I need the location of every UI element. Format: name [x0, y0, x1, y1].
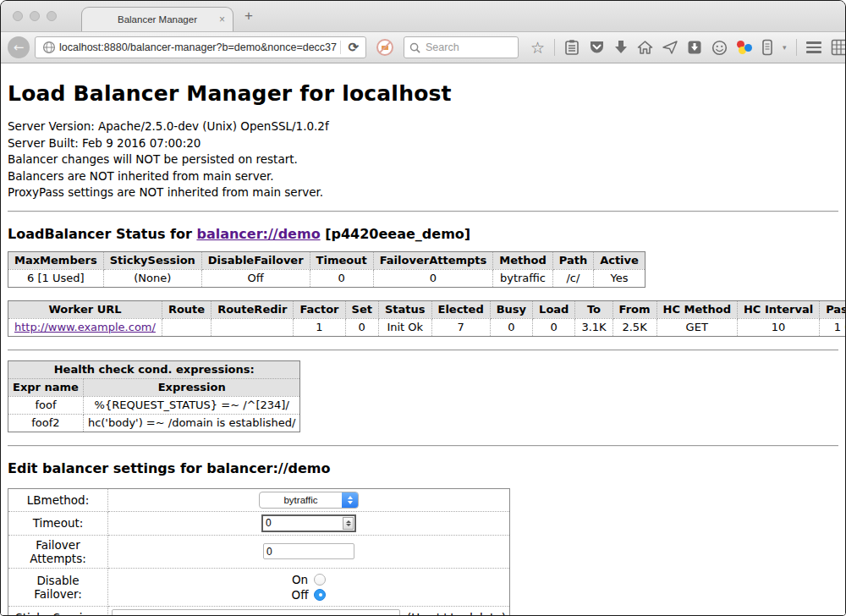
timeout-label: Timeout:	[8, 511, 108, 535]
cell-route	[162, 318, 211, 336]
col-worker-url: Worker URL	[8, 300, 162, 318]
section-divider	[8, 211, 838, 212]
tab-balancer-manager[interactable]: Balancer Manager ×	[81, 7, 233, 31]
health-check-table: Health check cond. expressions: Expr nam…	[8, 360, 300, 432]
timeout-field[interactable]	[263, 517, 343, 529]
url-text[interactable]: localhost:8880/balancer-manager?b=demo&n…	[59, 41, 337, 53]
colors-extension-icon[interactable]	[737, 40, 752, 55]
server-version-line: Server Version: Apache/2.5.0-dev (Unix) …	[8, 118, 838, 135]
search-bar[interactable]: Search	[404, 36, 519, 58]
extension-download-icon[interactable]	[687, 40, 702, 55]
zoom-window-button[interactable]	[47, 11, 57, 21]
url-bar[interactable]: localhost:8880/balancer-manager?b=demo&n…	[35, 36, 366, 58]
col-busy: Busy	[490, 300, 532, 318]
table-header-row: Health check cond. expressions:	[8, 360, 300, 378]
send-icon[interactable]	[662, 40, 678, 55]
section-divider	[8, 445, 838, 447]
timeout-input[interactable]	[261, 514, 356, 532]
download-icon[interactable]	[614, 40, 628, 55]
toolbar-icons: ☆	[530, 39, 846, 56]
disable-failover-off-radio[interactable]	[314, 589, 326, 601]
lbmethod-label: LBmethod:	[8, 488, 108, 511]
col-load: Load	[533, 300, 575, 318]
window-controls[interactable]	[13, 11, 57, 21]
cell-factor: 1	[294, 318, 345, 336]
toolbar-divider	[796, 39, 797, 56]
table-header-row: MaxMembers StickySession DisableFailover…	[8, 251, 645, 269]
col-route: Route	[162, 300, 211, 318]
cell-stickysession: (None)	[103, 269, 201, 287]
lbmethod-select[interactable]: bytraffic	[259, 492, 359, 509]
sticky-session-input[interactable]	[112, 609, 400, 616]
url-divider	[340, 41, 341, 54]
close-window-button[interactable]	[13, 11, 23, 21]
cell-failoverattempts: 0	[373, 269, 493, 287]
col-stickysession: StickySession	[103, 251, 201, 269]
persist-warning-line: Balancer changes will NOT be persisted o…	[8, 151, 838, 168]
lbmethod-selected-value: bytraffic	[260, 492, 342, 508]
table-header-row: Worker URL Route RouteRedir Factor Set S…	[8, 300, 846, 318]
container-icon[interactable]	[761, 39, 773, 56]
col-expression: Expression	[83, 378, 300, 396]
worker-url-link[interactable]: http://www.example.com/	[14, 321, 156, 333]
toolbar-divider	[554, 39, 555, 56]
globe-icon	[42, 41, 56, 54]
server-info: Server Version: Apache/2.5.0-dev (Unix) …	[8, 118, 838, 201]
bookmark-star-icon[interactable]: ☆	[530, 40, 545, 56]
disable-failover-on-radio[interactable]	[314, 574, 326, 586]
chevron-down-icon[interactable]: ▾	[783, 43, 787, 52]
status-heading-suffix: [p4420eeae_demo]	[321, 226, 471, 242]
cell-expression: %{REQUEST_STATUS} =~ /^[234]/	[83, 396, 300, 414]
cell-passes: 1 (0)	[820, 318, 845, 336]
cell-status: Init Ok	[378, 318, 431, 336]
cell-maxmembers: 6 [1 Used]	[8, 269, 104, 287]
table-row: http://www.example.com/ 1 0 Init Ok 7 0 …	[8, 318, 846, 336]
home-icon[interactable]	[637, 40, 653, 55]
col-to: To	[575, 300, 613, 318]
cell-expression: hc('body') =~ /domain is established/	[83, 414, 300, 432]
sticky-delete-hint: (Use '-' to delete)	[407, 611, 506, 616]
balancer-status-table: MaxMembers StickySession DisableFailover…	[8, 251, 645, 288]
table-header-row: Expr name Expression	[8, 378, 300, 396]
page-content: Load Balancer Manager for localhost Serv…	[1, 63, 845, 616]
sticky-session-label: Sticky Session:	[8, 606, 108, 616]
pocket-icon[interactable]	[589, 40, 605, 55]
reload-icon[interactable]: ⟳	[348, 40, 359, 55]
chat-smiley-icon[interactable]	[711, 40, 728, 56]
search-icon	[409, 42, 420, 53]
form-row-lbmethod: LBmethod: bytraffic	[8, 488, 510, 511]
radio-on-label: On	[292, 573, 308, 586]
new-tab-button[interactable]: +	[244, 8, 253, 25]
cell-set: 0	[345, 318, 378, 336]
form-row-timeout: Timeout:	[8, 511, 510, 535]
col-routeredir: RouteRedir	[212, 300, 294, 318]
cell-load: 0	[533, 318, 575, 336]
bookmarks-clipboard-icon[interactable]	[564, 39, 580, 56]
back-button[interactable]: ←	[8, 36, 30, 58]
col-timeout: Timeout	[310, 251, 373, 269]
number-spinner-icon[interactable]	[343, 517, 354, 530]
form-row-disable-failover: Disable Failover: On Off	[8, 568, 510, 606]
content-blocked-icon[interactable]	[376, 39, 393, 56]
cell-expr-name: foof2	[8, 414, 84, 432]
cell-hc-interval: 10	[737, 318, 819, 336]
cell-disablefailover: Off	[201, 269, 310, 287]
edit-settings-heading: Edit balancer settings for balancer://de…	[8, 460, 838, 476]
menu-icon[interactable]	[806, 41, 821, 53]
cell-method: bytraffic	[493, 269, 552, 287]
col-maxmembers: MaxMembers	[8, 251, 104, 269]
cell-hc-method: GET	[656, 318, 737, 336]
page-title: Load Balancer Manager for localhost	[8, 63, 838, 118]
search-placeholder[interactable]: Search	[426, 41, 459, 53]
balancer-demo-link[interactable]: balancer://demo	[196, 226, 320, 242]
tab-bar: Balancer Manager × +	[1, 1, 845, 31]
col-hc-method: HC Method	[656, 300, 737, 318]
browser-window: Balancer Manager × + ← localhost:8880/ba…	[0, 0, 846, 616]
grid-icon[interactable]	[831, 39, 846, 56]
minimize-window-button[interactable]	[30, 11, 40, 21]
cell-expr-name: foof	[8, 396, 84, 414]
balancer-settings-form: LBmethod: bytraffic Timeout:	[8, 488, 510, 616]
failover-attempts-input[interactable]	[263, 543, 354, 559]
tab-title: Balancer Manager	[118, 14, 197, 25]
tab-close-icon[interactable]: ×	[219, 14, 225, 25]
